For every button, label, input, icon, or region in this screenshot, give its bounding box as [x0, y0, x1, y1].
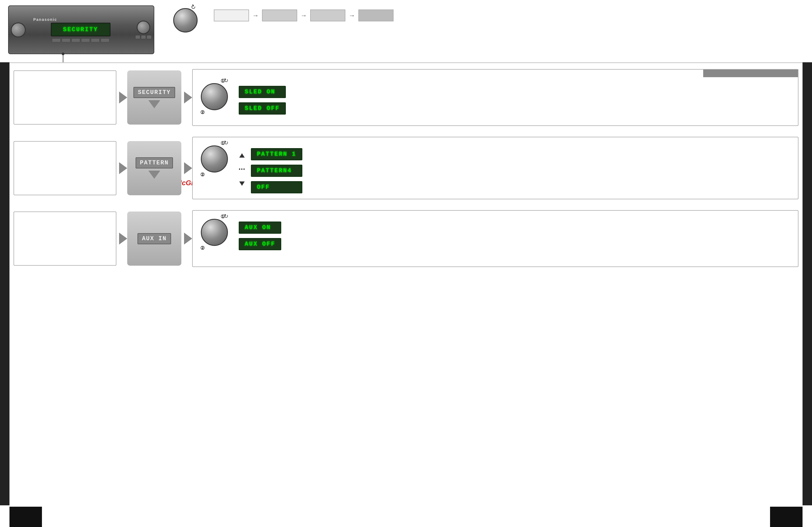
aux-panel: ① ② ↻ AUX ON AUX OFF: [192, 210, 798, 267]
pattern-knob: ① ② ↻: [201, 145, 228, 172]
flow-arrow-2: →: [301, 12, 307, 19]
radio-right-knob: [137, 20, 150, 34]
radio-left-knob: [11, 23, 26, 37]
aux-on: AUX ON: [239, 222, 281, 234]
pattern-options-area: ••• PATTERN 1 PATTERN4 OFF: [239, 145, 302, 194]
security-sled-on: SLED ON: [239, 86, 286, 98]
pattern-knob-area: ① ② ↻ ••• PATTERN 1 PATTERN4: [201, 145, 790, 194]
pattern-option-4: PATTERN4: [251, 165, 302, 177]
security-white-box: [14, 70, 116, 125]
security-down-arrow: [148, 100, 160, 108]
aux-knob-area: ① ② ↻ AUX ON AUX OFF: [201, 219, 790, 250]
bottom-right-box: [770, 507, 802, 527]
security-display-labels: SLED ON SLED OFF: [239, 83, 286, 115]
security-gray-box: SECURITY: [127, 70, 182, 125]
security-knob-area: ① ② ↻ SLED ON SLED OFF: [201, 83, 790, 115]
security-arrow: [119, 91, 127, 103]
top-separator: [10, 62, 802, 63]
flow-box-3: [310, 10, 345, 22]
aux-panel-arrow: [184, 233, 192, 244]
pattern-white-box: [14, 141, 116, 195]
pattern-knob-arrow: ↻: [224, 140, 229, 146]
flow-arrow-3: →: [349, 12, 355, 19]
flow-arrow-1: →: [252, 12, 259, 19]
left-bar: [0, 62, 10, 505]
radio-brand: Panasonic: [28, 17, 57, 22]
vertical-arrows: •••: [239, 153, 246, 186]
security-knob: ① ② ↻: [201, 83, 228, 110]
aux-knob-arrow: ↻: [224, 213, 229, 219]
pattern-gray-box: PATTERN: [127, 141, 182, 195]
aux-knob-label-2: ②: [200, 245, 205, 251]
knob-rotation-indicator: ↻: [189, 3, 197, 11]
pattern-panel: ① ② ↻ ••• PATTERN 1 PATTERN4: [192, 137, 798, 199]
radio-display: SECURITY: [51, 23, 111, 36]
pattern-down-arrow: [148, 171, 160, 179]
aux-arrow: [119, 233, 127, 244]
pattern-option-off: OFF: [251, 181, 302, 194]
v-arrow-down: [239, 182, 245, 186]
flow-diagram: → → →: [214, 10, 394, 22]
security-knob-label-2: ②: [200, 110, 205, 115]
pattern-panel-arrow: [184, 162, 192, 174]
security-panel-header: [703, 70, 798, 77]
aux-label: AUX IN: [137, 233, 171, 244]
aux-white-box: [14, 212, 116, 266]
aux-knob: ① ② ↻: [201, 219, 228, 246]
v-arrow-up: [239, 153, 245, 158]
aux-gray-box: AUX IN: [127, 212, 182, 266]
v-arrow-dots: •••: [239, 167, 246, 172]
security-label: SECURITY: [133, 87, 175, 98]
pattern-knob-label-2: ②: [200, 172, 205, 177]
aux-off: AUX OFF: [239, 238, 281, 250]
radio-buttons-row: [52, 39, 110, 42]
flow-box-2: [262, 10, 297, 22]
pattern-arrow: [119, 162, 127, 174]
security-knob-arrow: ↻: [224, 77, 229, 84]
radio-pointer: [63, 54, 63, 63]
security-row: SECURITY ① ② ↻ SLED ON SLED OFF: [14, 69, 798, 126]
security-panel-arrow: [184, 91, 192, 103]
flow-box-4: [358, 10, 394, 22]
pattern-row: PATTERN ① ② ↻ •••: [14, 137, 798, 199]
security-panel: ① ② ↻ SLED ON SLED OFF: [192, 69, 798, 126]
pattern-display-labels: PATTERN 1 PATTERN4 OFF: [251, 145, 302, 194]
security-sled-off: SLED OFF: [239, 102, 286, 115]
top-knob: ↻: [173, 8, 200, 35]
pattern-option-1: PATTERN 1: [251, 148, 302, 160]
bottom-left-box: [10, 507, 42, 527]
radio-image: Panasonic SECURITY: [8, 5, 157, 58]
right-bar: [802, 62, 812, 505]
radio-display-text: SECURITY: [63, 26, 98, 33]
aux-row: AUX IN ① ② ↻ AUX ON AUX OFF: [14, 210, 798, 267]
flow-box-1: [214, 10, 249, 22]
aux-display-labels: AUX ON AUX OFF: [239, 219, 281, 250]
pattern-label: PATTERN: [135, 157, 173, 169]
